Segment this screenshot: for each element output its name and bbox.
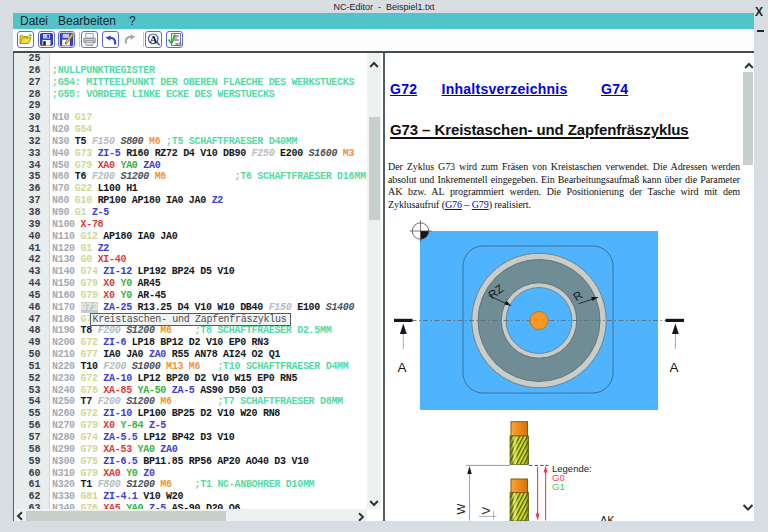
svg-text:ab: ab [175, 41, 182, 47]
svg-text:A: A [398, 360, 407, 375]
svg-text:A: A [150, 33, 158, 45]
svg-text:G1: G1 [552, 481, 565, 492]
svg-text:W: W [455, 504, 467, 515]
svg-text:AK: AK [600, 514, 615, 522]
svg-text:A: A [670, 360, 679, 375]
svg-text:V: V [480, 507, 492, 515]
